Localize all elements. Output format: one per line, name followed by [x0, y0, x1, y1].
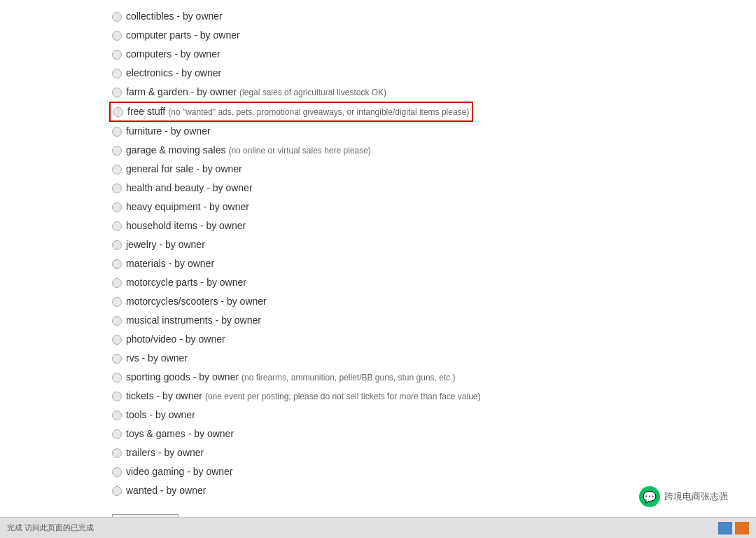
- category-label-materials: materials - by owner: [126, 256, 214, 271]
- category-list: collectibles - by ownercomputer parts - …: [0, 7, 756, 500]
- category-label-household-items: household items - by owner: [126, 219, 246, 233]
- radio-tickets[interactable]: [112, 392, 122, 401]
- category-label-heavy-equipment: heavy equipment - by owner: [126, 200, 249, 214]
- category-label-tickets: tickets - by owner: [126, 389, 202, 404]
- category-item-toys-games[interactable]: toys & games - by owner: [112, 425, 756, 443]
- radio-wanted[interactable]: [112, 486, 122, 496]
- radio-video-gaming[interactable]: [112, 467, 122, 477]
- bottom-icon-1[interactable]: [718, 522, 732, 534]
- category-item-tickets[interactable]: tickets - by owner (one event per postin…: [112, 387, 756, 406]
- category-label-sporting-goods: sporting goods - by owner: [126, 370, 239, 385]
- radio-tools[interactable]: [112, 411, 122, 420]
- category-label-photo-video: photo/video - by owner: [126, 332, 225, 347]
- radio-household-items[interactable]: [112, 221, 122, 231]
- radio-electronics[interactable]: [112, 69, 122, 78]
- radio-garage-moving[interactable]: [112, 146, 122, 156]
- category-label-free-stuff: free stuff: [127, 104, 165, 119]
- radio-motorcycle-parts[interactable]: [112, 278, 122, 288]
- radio-heavy-equipment[interactable]: [112, 202, 122, 212]
- radio-free-stuff[interactable]: [113, 107, 123, 117]
- category-label-video-gaming: video gaming - by owner: [126, 464, 233, 479]
- category-item-farm-garden[interactable]: farm & garden - by owner (legal sales of…: [112, 83, 756, 102]
- category-item-furniture[interactable]: furniture - by owner: [112, 122, 756, 141]
- category-label-electronics: electronics - by owner: [126, 66, 221, 81]
- radio-health-beauty[interactable]: [112, 184, 122, 193]
- radio-rvs[interactable]: [112, 354, 122, 364]
- category-note-garage-moving: (no online or virtual sales here please): [228, 144, 370, 157]
- radio-computer-parts[interactable]: [112, 31, 122, 41]
- category-label-furniture: furniture - by owner: [126, 124, 211, 139]
- category-item-video-gaming[interactable]: video gaming - by owner: [112, 462, 756, 481]
- category-note-tickets: (one event per posting; please do not se…: [205, 390, 481, 403]
- category-item-garage-moving[interactable]: garage & moving sales (no online or virt…: [112, 141, 756, 160]
- category-item-motorcycles-scooters[interactable]: motorcycles/scooters - by owner: [112, 292, 756, 311]
- category-item-photo-video[interactable]: photo/video - by owner: [112, 330, 756, 349]
- radio-materials[interactable]: [112, 259, 122, 269]
- bottom-icon-2[interactable]: [735, 522, 749, 534]
- radio-sporting-goods[interactable]: [112, 373, 122, 382]
- category-item-collectibles[interactable]: collectibles - by owner: [112, 7, 756, 26]
- radio-trailers[interactable]: [112, 448, 122, 458]
- category-item-musical-instruments[interactable]: musical instruments - by owner: [112, 311, 756, 330]
- radio-computers[interactable]: [112, 50, 122, 60]
- radio-collectibles[interactable]: [112, 12, 122, 22]
- category-item-sporting-goods[interactable]: sporting goods - by owner (no firearms, …: [112, 368, 756, 387]
- watermark-text: 跨境电商张志强: [664, 490, 728, 503]
- category-label-trailers: trailers - by owner: [126, 446, 204, 460]
- category-item-jewelry[interactable]: jewelry - by owner: [112, 235, 756, 254]
- category-label-wanted: wanted - by owner: [126, 483, 206, 498]
- category-label-collectibles: collectibles - by owner: [126, 9, 223, 24]
- category-label-general-for-sale: general for sale - by owner: [126, 162, 242, 177]
- category-note-farm-garden: (legal sales of agricultural livestock O…: [239, 86, 386, 99]
- bottom-bar: 完成 访问此页面的已完成: [0, 517, 756, 538]
- radio-toys-games[interactable]: [112, 429, 122, 439]
- category-item-free-stuff[interactable]: free stuff (no "wanted" ads, pets, promo…: [109, 102, 473, 122]
- category-label-tools: tools - by owner: [126, 408, 195, 422]
- category-item-trailers[interactable]: trailers - by owner: [112, 443, 756, 462]
- category-item-health-beauty[interactable]: health and beauty - by owner: [112, 179, 756, 198]
- radio-general-for-sale[interactable]: [112, 165, 122, 174]
- category-label-garage-moving: garage & moving sales: [126, 143, 225, 158]
- radio-musical-instruments[interactable]: [112, 316, 122, 326]
- category-label-toys-games: toys & games - by owner: [126, 427, 234, 441]
- category-item-materials[interactable]: materials - by owner: [112, 254, 756, 273]
- radio-furniture[interactable]: [112, 127, 122, 137]
- wechat-icon: 💬: [639, 486, 660, 507]
- category-item-general-for-sale[interactable]: general for sale - by owner: [112, 160, 756, 179]
- category-label-farm-garden: farm & garden - by owner: [126, 85, 237, 99]
- radio-motorcycles-scooters[interactable]: [112, 297, 122, 307]
- page-container: collectibles - by ownercomputer parts - …: [0, 0, 756, 538]
- category-item-computers[interactable]: computers - by owner: [112, 45, 756, 64]
- radio-photo-video[interactable]: [112, 335, 122, 345]
- category-label-musical-instruments: musical instruments - by owner: [126, 313, 261, 328]
- category-note-free-stuff: (no "wanted" ads, pets, promotional give…: [168, 106, 469, 118]
- category-item-heavy-equipment[interactable]: heavy equipment - by owner: [112, 198, 756, 216]
- bottom-bar-right: [718, 522, 749, 534]
- category-note-sporting-goods: (no firearms, ammunition, pellet/BB guns…: [241, 371, 455, 384]
- category-label-rvs: rvs - by owner: [126, 351, 188, 366]
- category-label-motorcycle-parts: motorcycle parts - by owner: [126, 275, 246, 290]
- category-item-rvs[interactable]: rvs - by owner: [112, 349, 756, 368]
- category-label-health-beauty: health and beauty - by owner: [126, 181, 253, 195]
- category-label-jewelry: jewelry - by owner: [126, 237, 205, 252]
- category-item-electronics[interactable]: electronics - by owner: [112, 64, 756, 83]
- category-label-computers: computers - by owner: [126, 47, 220, 62]
- category-item-tools[interactable]: tools - by owner: [112, 406, 756, 425]
- category-item-household-items[interactable]: household items - by owner: [112, 216, 756, 235]
- category-label-computer-parts: computer parts - by owner: [126, 28, 240, 43]
- bottom-bar-text: 完成 访问此页面的已完成: [7, 523, 94, 533]
- radio-farm-garden[interactable]: [112, 88, 122, 97]
- category-item-motorcycle-parts[interactable]: motorcycle parts - by owner: [112, 273, 756, 292]
- watermark: 💬 跨境电商张志强: [639, 486, 728, 507]
- category-item-computer-parts[interactable]: computer parts - by owner: [112, 26, 756, 45]
- radio-jewelry[interactable]: [112, 240, 122, 250]
- category-label-motorcycles-scooters: motorcycles/scooters - by owner: [126, 294, 267, 309]
